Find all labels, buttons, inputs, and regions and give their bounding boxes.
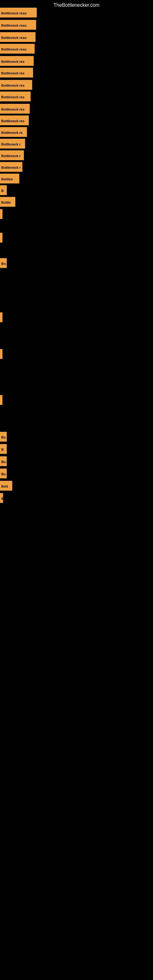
- bar-item: Bo: [0, 469, 7, 478]
- bar-label: Bottleneck resu: [0, 44, 35, 54]
- bar-label: [0, 312, 2, 322]
- bar-item: Bo: [0, 456, 7, 466]
- bar-label: Bottleneck res: [0, 68, 33, 78]
- bar-label: Bottleneck re: [0, 127, 27, 137]
- bar-item: Bottleneck resu: [0, 44, 35, 54]
- bar-item: Bottleneck res: [0, 92, 30, 101]
- bar-label: Bottleneck res: [0, 104, 30, 114]
- bar-label: [0, 209, 2, 219]
- bar-item: Bottleneck resu: [0, 32, 35, 42]
- bar-item: Bottleneck res: [0, 104, 30, 114]
- bar-item: B: [0, 185, 7, 195]
- bar-item: Bottlen: [0, 173, 19, 183]
- bar-label: Bottleneck res: [0, 115, 29, 125]
- bar-label: Bottleneck resu: [0, 20, 36, 30]
- bar-label: Bo: [0, 456, 7, 466]
- bar-label: Bottle: [0, 197, 15, 207]
- bar-item: Bottleneck r: [0, 150, 24, 160]
- bar-item: Bottleneck res: [0, 68, 33, 78]
- bar-label: Bottleneck r: [0, 139, 25, 148]
- bar-item: Bottleneck r: [0, 162, 22, 172]
- bar-item: Bott: [0, 481, 12, 491]
- bar-label: [0, 349, 2, 359]
- bar-label: B: [0, 185, 7, 195]
- bar-label: Bottleneck res: [0, 80, 32, 90]
- bar-label: Bo: [0, 258, 7, 268]
- bar-label: Bottleneck r: [0, 162, 22, 172]
- bar-item: Bottleneck res: [0, 56, 33, 66]
- bar-item: Bottleneck res: [0, 115, 29, 125]
- bar-item: B: [0, 444, 7, 454]
- bar-item: [0, 349, 2, 359]
- bar-item: [0, 233, 2, 243]
- bar-item: Bottleneck r: [0, 139, 25, 148]
- bar-label: Bo: [0, 432, 7, 442]
- bar-item: [0, 312, 2, 322]
- bar-label: Bottlen: [0, 173, 19, 183]
- bar-label: Bottleneck resu: [0, 32, 35, 42]
- bar-label: Bottleneck res: [0, 56, 33, 66]
- bar-item: Bo: [0, 258, 7, 268]
- bar-label: Bottleneck res: [0, 92, 30, 101]
- bar-label: Bott: [0, 481, 12, 491]
- bar-item: Bo: [0, 432, 7, 442]
- bar-item: [0, 209, 2, 219]
- bar-item: [0, 395, 2, 405]
- bar-label: [0, 395, 2, 405]
- bar-label: Bottleneck resu: [0, 8, 37, 18]
- bar-label: Bottleneck r: [0, 150, 24, 160]
- bar-item: Bottle: [0, 197, 15, 207]
- bar-label: Bo: [0, 469, 7, 478]
- bar-label: B: [0, 493, 3, 503]
- bar-label: [0, 233, 2, 243]
- bar-item: Bottleneck resu: [0, 8, 37, 18]
- bar-item: Bottleneck resu: [0, 20, 36, 30]
- bar-item: Bottleneck re: [0, 127, 27, 137]
- bar-item: Bottleneck res: [0, 80, 32, 90]
- bar-item: B: [0, 493, 3, 503]
- bar-label: B: [0, 444, 7, 454]
